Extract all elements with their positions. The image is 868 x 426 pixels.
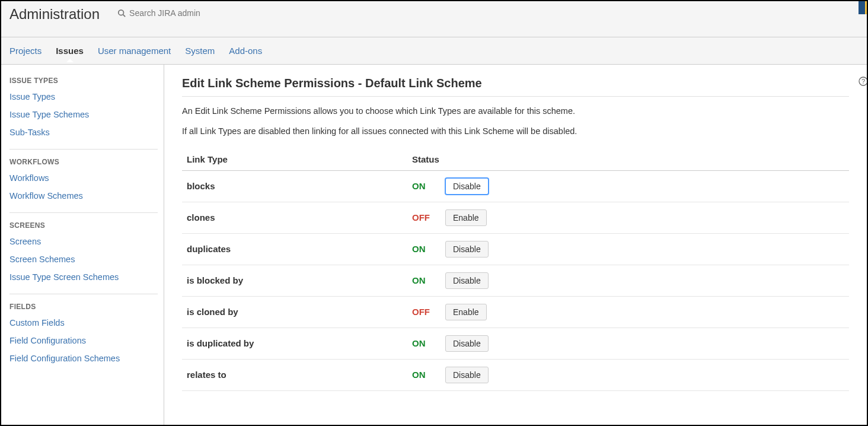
- sidebar-item-issue-type-screen-schemes[interactable]: Issue Type Screen Schemes: [9, 272, 158, 282]
- link-type-name: is blocked by: [182, 265, 407, 296]
- desc-line-2: If all Link Types are disabled then link…: [182, 125, 849, 137]
- link-type-name: blocks: [182, 170, 407, 202]
- sidebar-heading: ISSUE TYPES: [9, 77, 158, 85]
- link-type-action-cell: Disable: [441, 265, 849, 296]
- sidebar-item-screens[interactable]: Screens: [9, 237, 158, 246]
- disable-button[interactable]: Disable: [445, 178, 489, 195]
- col-header-linktype: Link Type: [182, 148, 407, 171]
- sidebar-item-field-configuration-schemes[interactable]: Field Configuration Schemes: [9, 354, 158, 363]
- enable-button[interactable]: Enable: [445, 304, 487, 320]
- link-type-name: duplicates: [182, 233, 407, 265]
- page-title: Edit Link Scheme Permissions - Default L…: [182, 77, 849, 97]
- link-type-status: ON: [407, 328, 441, 359]
- link-type-action-cell: Disable: [441, 359, 849, 390]
- nav-tab-issues[interactable]: Issues: [56, 40, 84, 62]
- link-type-name: clones: [182, 202, 407, 233]
- sidebar-group: FIELDSCustom FieldsField ConfigurationsF…: [9, 303, 158, 375]
- nav-tab-projects[interactable]: Projects: [9, 40, 42, 62]
- link-type-action-cell: Enable: [441, 202, 849, 233]
- link-type-status: ON: [407, 170, 441, 202]
- admin-search[interactable]: Search JIRA admin: [117, 8, 200, 18]
- sidebar-item-workflow-schemes[interactable]: Workflow Schemes: [9, 191, 158, 201]
- nav-tab-user-management[interactable]: User management: [98, 40, 171, 62]
- link-type-status: ON: [407, 233, 441, 265]
- sidebar-heading: SCREENS: [9, 221, 158, 230]
- sidebar-item-issue-type-schemes[interactable]: Issue Type Schemes: [9, 110, 158, 119]
- admin-header: Administration Search JIRA admin: [1, 1, 867, 37]
- link-type-action-cell: Disable: [441, 328, 849, 359]
- sidebar-group: SCREENSScreensScreen SchemesIssue Type S…: [9, 221, 158, 294]
- link-type-status: ON: [407, 265, 441, 296]
- link-type-action-cell: Disable: [441, 170, 849, 202]
- admin-title: Administration: [9, 6, 100, 23]
- svg-text:?: ?: [861, 78, 865, 85]
- link-type-action-cell: Enable: [441, 296, 849, 328]
- desc-line-1: An Edit Link Scheme Permissions allows y…: [182, 105, 849, 117]
- main-content: ? Edit Link Scheme Permissions - Default…: [164, 65, 867, 425]
- link-type-status: OFF: [407, 296, 441, 328]
- sidebar-heading: WORKFLOWS: [9, 158, 158, 166]
- disable-button[interactable]: Disable: [445, 335, 489, 352]
- disable-button[interactable]: Disable: [445, 367, 489, 383]
- table-row: clonesOFFEnable: [182, 202, 849, 233]
- disable-button[interactable]: Disable: [445, 241, 489, 257]
- admin-nav-tabs: ProjectsIssuesUser managementSystemAdd-o…: [1, 37, 867, 65]
- sidebar-item-workflows[interactable]: Workflows: [9, 173, 158, 183]
- sidebar-item-sub-tasks[interactable]: Sub-Tasks: [9, 128, 158, 137]
- help-icon[interactable]: ?: [859, 77, 867, 86]
- feedback-icon[interactable]: [859, 1, 867, 14]
- table-row: is cloned byOFFEnable: [182, 296, 849, 328]
- sidebar-item-field-configurations[interactable]: Field Configurations: [9, 336, 158, 345]
- svg-point-0: [119, 10, 124, 15]
- table-row: relates toONDisable: [182, 359, 849, 390]
- link-type-action-cell: Disable: [441, 233, 849, 265]
- enable-button[interactable]: Enable: [445, 209, 487, 226]
- link-types-table: Link Type Status blocksONDisableclonesOF…: [182, 148, 849, 391]
- sidebar-item-issue-types[interactable]: Issue Types: [9, 92, 158, 101]
- link-type-name: is duplicated by: [182, 328, 407, 359]
- col-header-status: Status: [407, 148, 849, 171]
- table-row: blocksONDisable: [182, 170, 849, 202]
- link-type-status: OFF: [407, 202, 441, 233]
- link-types-tbody: blocksONDisableclonesOFFEnableduplicates…: [182, 170, 849, 390]
- table-row: duplicatesONDisable: [182, 233, 849, 265]
- search-icon: [117, 9, 126, 17]
- table-row: is blocked byONDisable: [182, 265, 849, 296]
- disable-button[interactable]: Disable: [445, 272, 489, 289]
- sidebar-item-custom-fields[interactable]: Custom Fields: [9, 318, 158, 328]
- nav-tab-system[interactable]: System: [185, 40, 215, 62]
- svg-line-1: [123, 15, 126, 17]
- sidebar-heading: FIELDS: [9, 303, 158, 311]
- table-row: is duplicated byONDisable: [182, 328, 849, 359]
- search-placeholder: Search JIRA admin: [129, 8, 200, 18]
- link-type-status: ON: [407, 359, 441, 390]
- link-type-name: is cloned by: [182, 296, 407, 328]
- nav-tab-add-ons[interactable]: Add-ons: [229, 40, 262, 62]
- link-type-name: relates to: [182, 359, 407, 390]
- sidebar-item-screen-schemes[interactable]: Screen Schemes: [9, 255, 158, 264]
- sidebar-group: WORKFLOWSWorkflowsWorkflow Schemes: [9, 158, 158, 213]
- sidebar-group: ISSUE TYPESIssue TypesIssue Type Schemes…: [9, 77, 158, 150]
- admin-sidebar: ISSUE TYPESIssue TypesIssue Type Schemes…: [1, 65, 164, 425]
